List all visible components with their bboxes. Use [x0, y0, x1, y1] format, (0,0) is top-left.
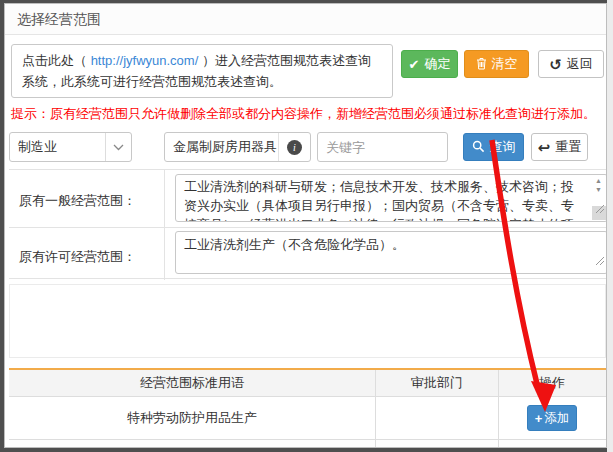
standard-terms-table: 经营范围标准用语 审批部门 操作 特种劳动防护用品生产 +添加 门窗制造加工 +…: [9, 368, 606, 448]
clear-button-label: 清空: [492, 55, 518, 73]
action-cell: +添加: [498, 397, 605, 439]
term-cell: 特种劳动防护用品生产: [9, 397, 375, 439]
term-cell: 门窗制造加工: [9, 440, 375, 448]
dept-cell: [375, 440, 498, 448]
header-action: 操作: [498, 370, 605, 396]
industry-term-value: 金属制厨房用器具: [165, 138, 278, 156]
industry-term-box[interactable]: 金属制厨房用器具 i: [164, 132, 311, 162]
page-right-strip: [607, 0, 613, 452]
keyword-input[interactable]: [317, 132, 448, 162]
chevron-down-icon: [105, 133, 131, 161]
add-button[interactable]: +添加: [527, 405, 577, 431]
industry-category-value: 制造业: [10, 138, 105, 156]
hint-text: 提示：原有经营范围只允许做删除全部或都分内容操作，新增经营范围必须通过标准化查询…: [11, 105, 603, 123]
search-button-label: 查询: [490, 138, 516, 156]
check-icon: ✔: [409, 58, 420, 71]
general-scope-text: 工业清洗剂的科研与研发；信息技术开发、技术服务、技术咨询；投资兴办实业（具体项目…: [184, 179, 574, 222]
grid-divider: [9, 227, 606, 228]
info-box: 点击此处（ http://jyfwyun.com/ ）进入经营范围规范表述查询系…: [11, 44, 393, 98]
dialog-titlebar: 选择经营范围: [5, 4, 606, 35]
back-button-label: 返回: [567, 55, 593, 73]
info-icon[interactable]: i: [278, 133, 310, 161]
licensed-scope-textarea[interactable]: 工业清洗剂生产（不含危险化学品）。: [175, 231, 607, 274]
clear-button[interactable]: 清空: [464, 50, 529, 78]
table-header-row: 经营范围标准用语 审批部门 操作: [9, 370, 606, 397]
header-dept: 审批部门: [375, 370, 498, 396]
grid-divider: [164, 170, 165, 280]
undo-icon: ↺: [549, 57, 562, 72]
search-button[interactable]: 查询: [463, 133, 524, 161]
table-row: 门窗制造加工 +添加: [9, 440, 606, 448]
reply-arrow-icon: ↩: [538, 140, 551, 155]
scope-grid: 原有一般经营范围： 原有许可经营范围： 工业清洗剂的科研与研发；信息技术开发、技…: [9, 169, 606, 279]
back-button[interactable]: ↺ 返回: [538, 50, 604, 78]
industry-category-select[interactable]: 制造业: [9, 132, 132, 162]
scroll-down-icon: ▼: [595, 186, 602, 193]
jyfwyun-link[interactable]: http://jyfwyun.com/: [91, 53, 199, 68]
search-icon: [472, 140, 485, 155]
licensed-scope-label: 原有许可经营范围：: [19, 248, 136, 266]
table-row: 特种劳动防护用品生产 +添加: [9, 397, 606, 440]
confirm-button-label: 确定: [424, 55, 450, 73]
reset-button-label: 重置: [555, 138, 581, 156]
page-title: 选择经营范围: [5, 4, 101, 35]
add-button-label: 添加: [544, 410, 569, 427]
textarea-scrollbar[interactable]: ▲▼: [591, 176, 606, 194]
scroll-up-icon: ▲: [595, 177, 602, 184]
reset-button[interactable]: ↩ 重置: [531, 133, 588, 161]
general-scope-label: 原有一般经营范围：: [19, 192, 136, 210]
header-term: 经营范围标准用语: [9, 370, 375, 396]
dialog-select-business-scope: 选择经营范围 点击此处（ http://jyfwyun.com/ ）进入经营范围…: [4, 3, 607, 448]
trash-icon: [476, 57, 487, 72]
empty-result-panel: [9, 284, 606, 358]
dept-cell: [375, 397, 498, 439]
textarea-resize-grip[interactable]: [595, 200, 605, 219]
general-scope-textarea[interactable]: 工业清洗剂的科研与研发；信息技术开发、技术服务、技术咨询；投资兴办实业（具体项目…: [175, 174, 607, 222]
licensed-scope-text: 工业清洗剂生产（不含危险化学品）。: [184, 237, 405, 252]
confirm-button[interactable]: ✔ 确定: [401, 50, 458, 78]
info-text-prefix: 点击此处（: [22, 53, 91, 68]
textarea-resize-grip[interactable]: [595, 252, 605, 271]
page-frame: 选择经营范围 点击此处（ http://jyfwyun.com/ ）进入经营范围…: [0, 0, 613, 452]
action-cell: +添加: [498, 440, 605, 448]
plus-icon: +: [535, 411, 543, 426]
